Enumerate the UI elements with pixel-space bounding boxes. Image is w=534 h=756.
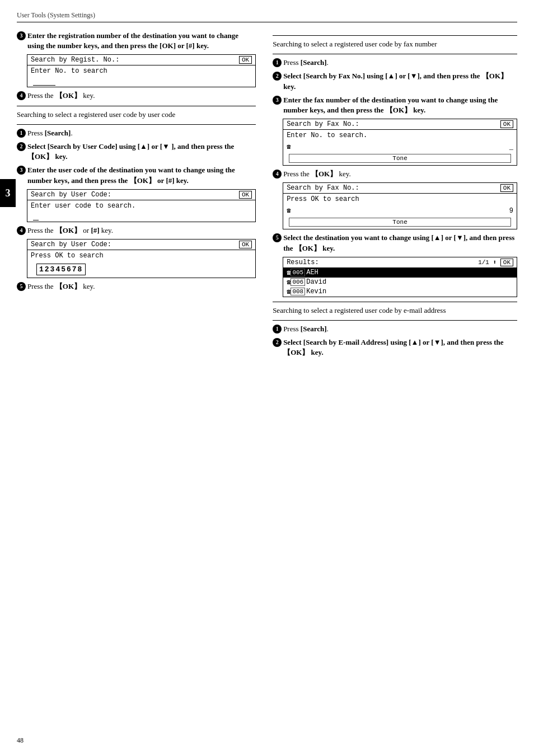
step-4b: 4 Press the 【OK】 or [#] key. <box>17 226 256 236</box>
screen-usercode2-ok: OK <box>239 241 252 248</box>
screen-fax2-line1: Press OK to search <box>283 194 517 205</box>
screen-usercode1-title-row: Search by User Code: OK <box>27 190 255 200</box>
step-5a: 5 Press the 【OK】 key. <box>17 281 256 292</box>
step-uc-2: 2 Select [Search by User Code] using [▲]… <box>17 142 256 162</box>
results-arrow: ⬆ <box>489 259 500 266</box>
step-4a: 4 Press the 【OK】 key. <box>17 91 256 101</box>
step-email-2-text: Select [Search by E-mail Address] using … <box>283 337 517 358</box>
step-uc-1-text: Press [Search]. <box>27 128 256 138</box>
section-divider-fax2 <box>273 54 517 54</box>
screen-fax1-ok: OK <box>500 120 513 128</box>
header-title: User Tools (System Settings) <box>17 11 95 19</box>
section-divider-fax-top <box>273 35 517 36</box>
screen-fax1-tone: Tone <box>289 154 511 163</box>
screen-regist-title: Search by Regist. No.: <box>31 56 119 64</box>
step-circle-uc1: 1 <box>17 129 26 138</box>
results-top-row: Results: 1/1 ⬆ OK <box>283 257 517 268</box>
step-fax-4-text: Press the 【OK】 key. <box>283 169 517 179</box>
section-divider-email2 <box>273 320 517 321</box>
result-item-3: ☎ 008 Kevin <box>283 287 517 297</box>
screen-fax2-ok: OK <box>500 184 513 192</box>
step-fax-1-text: Press [Search]. <box>283 58 517 68</box>
screen-regist: Search by Regist. No.: OK Enter No. to s… <box>27 54 256 87</box>
step-uc-3: 3 Enter the user code of the destination… <box>17 165 256 185</box>
screen-usercode1: Search by User Code: OK Enter user code … <box>27 189 256 222</box>
step-fax-4: 4 Press the 【OK】 key. <box>273 169 517 179</box>
screen-usercode2-title-row: Search by User Code: OK <box>27 240 255 250</box>
step-circle-email2: 2 <box>273 338 282 347</box>
step-circle-fax2: 2 <box>273 72 282 81</box>
step-fax-1: 1 Press [Search]. <box>273 58 517 68</box>
fax-icon-r1: ☎ <box>287 269 291 277</box>
header-line: User Tools (System Settings) <box>17 11 517 22</box>
section-divider-usercode <box>17 106 256 106</box>
step-fax-2-text: Select [Search by Fax No.] using [▲] or … <box>283 71 517 91</box>
step-fax-5: 5 Select the destination you want to cha… <box>273 233 517 253</box>
step-fax-5-text: Select the destination you want to chang… <box>283 233 517 253</box>
right-column: Searching to select a registered user co… <box>267 31 517 361</box>
page-number: 48 <box>17 736 24 745</box>
screen-usercode2-line1: Press OK to search <box>27 250 255 261</box>
step-circle-fax3: 3 <box>273 96 282 105</box>
step-circle-uc2: 2 <box>17 142 26 151</box>
step-fax-3: 3 Enter the fax number of the destinatio… <box>273 95 517 115</box>
results-box: Results: 1/1 ⬆ OK ☎ 005 AEH ☎ 006 D <box>283 257 517 297</box>
step-circle-email1: 1 <box>273 325 282 334</box>
page-container: User Tools (System Settings) 3 3 Enter t… <box>0 0 534 756</box>
screen-usercode1-cursor <box>27 212 255 222</box>
results-ok: OK <box>500 259 513 266</box>
screen-regist-cursor <box>27 77 255 87</box>
screen-usercode1-line1: Enter user code to search. <box>27 200 255 212</box>
result-code-1: 005 <box>291 269 305 276</box>
step-circle-5a: 5 <box>17 282 26 291</box>
results-page: 1/1 <box>478 259 489 266</box>
screen-usercode2-value: 12345678 <box>36 264 86 275</box>
result-item-2: ☎ 006 David <box>283 278 517 287</box>
screen-fax1-input: ☎_ <box>283 141 517 153</box>
screen-regist-ok: OK <box>239 56 252 64</box>
step-circle-4b: 4 <box>17 226 26 235</box>
main-content: 3 Enter the registration number of the d… <box>0 31 534 361</box>
results-nav: 1/1 ⬆ OK <box>478 259 513 266</box>
screen-usercode2: Search by User Code: OK Press OK to sear… <box>27 239 256 278</box>
step-circle-fax1: 1 <box>273 58 282 67</box>
screen-usercode2-title: Search by User Code: <box>31 241 111 248</box>
step-5a-text: Press the 【OK】 key. <box>27 281 256 292</box>
step-circle-3: 3 <box>17 31 26 40</box>
screen-fax2: Search by Fax No.: OK Press OK to search… <box>283 182 517 229</box>
step-circle-4a: 4 <box>17 91 26 100</box>
fax-icon-2: ☎ <box>287 206 291 215</box>
step-uc-1: 1 Press [Search]. <box>17 128 256 138</box>
step-uc-3-text: Enter the user code of the destination y… <box>27 165 256 185</box>
screen-fax2-input: ☎9 <box>283 205 517 217</box>
result-name-3: Kevin <box>306 288 326 295</box>
fax-icon-1: ☎ <box>287 143 291 151</box>
step-circle-uc3: 3 <box>17 166 26 175</box>
result-name-2: David <box>306 278 326 286</box>
screen-usercode1-title: Search by User Code: <box>31 191 111 199</box>
screen-regist-line1: Enter No. to search <box>27 65 255 77</box>
screen-fax1-title: Search by Fax No.: <box>287 120 359 128</box>
screen-usercode2-value-row: 12345678 <box>27 261 255 278</box>
result-code-2: 006 <box>291 278 305 286</box>
chapter-tab: 3 <box>0 179 16 207</box>
screen-fax1-line1: Enter No. to search. <box>283 130 517 141</box>
fax-icon-r2: ☎ <box>287 278 291 287</box>
fax-icon-r3: ☎ <box>287 288 291 296</box>
screen-fax1: Search by Fax No.: OK Enter No. to searc… <box>283 119 517 166</box>
result-code-3: 008 <box>291 288 305 295</box>
section-title-usercode: Searching to select a registered user co… <box>17 110 256 120</box>
screen-fax2-tone: Tone <box>289 218 511 227</box>
result-item-1: ☎ 005 AEH <box>283 268 517 278</box>
step-circle-fax4: 4 <box>273 170 282 179</box>
step-email-2: 2 Select [Search by E-mail Address] usin… <box>273 337 517 358</box>
section-title-email: Searching to select a registered user co… <box>273 306 517 316</box>
step-4b-text: Press the 【OK】 or [#] key. <box>27 226 256 236</box>
results-label: Results: <box>287 259 319 266</box>
step-fax-3-text: Enter the fax number of the destination … <box>283 95 517 115</box>
step-circle-fax5: 5 <box>273 233 282 242</box>
step-4a-text: Press the 【OK】 key. <box>27 91 256 101</box>
step-email-1: 1 Press [Search]. <box>273 324 517 334</box>
step-fax-2: 2 Select [Search by Fax No.] using [▲] o… <box>273 71 517 91</box>
section-divider-email-top <box>273 302 517 302</box>
